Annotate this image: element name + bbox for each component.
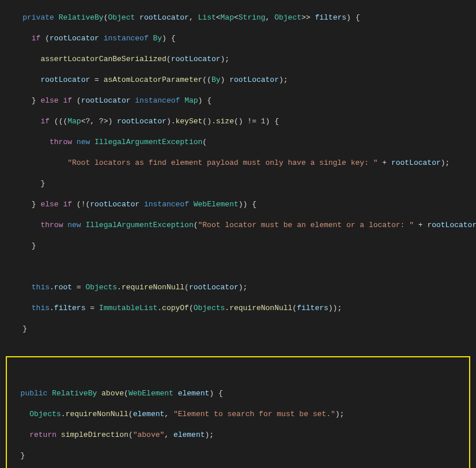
code-line: } <box>0 324 476 334</box>
code-line: } else if (!(rootLocator instanceof WebE… <box>0 199 476 210</box>
code-line: this.filters = ImmutableList.copyOf(Obje… <box>0 303 476 314</box>
code-line <box>7 368 469 378</box>
code-editor[interactable]: private RelativeBy(Object rootLocator, L… <box>0 0 476 468</box>
code-line: throw new IllegalArgumentException("Root… <box>0 220 476 231</box>
code-line: this.root = Objects.requireNonNull(rootL… <box>0 282 476 293</box>
code-line: "Root locators as find element payload m… <box>0 158 476 168</box>
code-line: assertLocatorCanBeSerialized(rootLocator… <box>0 54 476 65</box>
highlight-box-yellow: public RelativeBy above(WebElement eleme… <box>6 356 470 468</box>
code-line: if (rootLocator instanceof By) { <box>0 33 476 44</box>
code-line: } <box>0 179 476 189</box>
code-line: private RelativeBy(Object rootLocator, L… <box>0 13 476 23</box>
code-line: } <box>7 451 469 461</box>
code-line: rootLocator = asAtomLocatorParameter((By… <box>0 75 476 85</box>
code-line: public RelativeBy above(WebElement eleme… <box>7 388 469 399</box>
code-line <box>0 262 476 272</box>
code-line: if (((Map<?, ?>) rootLocator).keySet().s… <box>0 116 476 127</box>
code-line: throw new IllegalArgumentException( <box>0 137 476 148</box>
code-line: } <box>0 241 476 251</box>
code-line: Objects.requireNonNull(element, "Element… <box>7 409 469 420</box>
code-line: return simpleDirection("above", element)… <box>7 430 469 440</box>
code-line: } else if (rootLocator instanceof Map) { <box>0 96 476 106</box>
